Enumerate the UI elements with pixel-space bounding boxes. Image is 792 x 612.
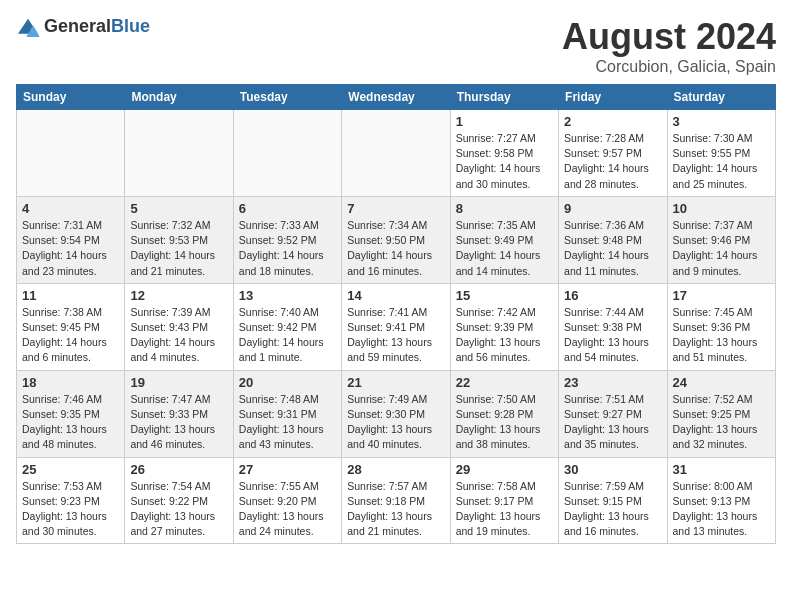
day-cell: 23Sunrise: 7:51 AM Sunset: 9:27 PM Dayli… [559,370,667,457]
day-info: Sunrise: 7:39 AM Sunset: 9:43 PM Dayligh… [130,305,227,366]
day-number: 13 [239,288,336,303]
day-info: Sunrise: 7:38 AM Sunset: 9:45 PM Dayligh… [22,305,119,366]
day-cell: 20Sunrise: 7:48 AM Sunset: 9:31 PM Dayli… [233,370,341,457]
day-number: 1 [456,114,553,129]
calendar-title: August 2024 [562,16,776,58]
day-info: Sunrise: 7:50 AM Sunset: 9:28 PM Dayligh… [456,392,553,453]
logo: GeneralBlue [16,16,150,37]
day-cell: 27Sunrise: 7:55 AM Sunset: 9:20 PM Dayli… [233,457,341,544]
day-info: Sunrise: 7:31 AM Sunset: 9:54 PM Dayligh… [22,218,119,279]
day-number: 5 [130,201,227,216]
day-info: Sunrise: 7:58 AM Sunset: 9:17 PM Dayligh… [456,479,553,540]
day-number: 18 [22,375,119,390]
day-info: Sunrise: 7:57 AM Sunset: 9:18 PM Dayligh… [347,479,444,540]
day-cell: 2Sunrise: 7:28 AM Sunset: 9:57 PM Daylig… [559,110,667,197]
day-number: 20 [239,375,336,390]
day-info: Sunrise: 7:48 AM Sunset: 9:31 PM Dayligh… [239,392,336,453]
week-row-2: 4Sunrise: 7:31 AM Sunset: 9:54 PM Daylig… [17,196,776,283]
day-cell [17,110,125,197]
day-cell: 31Sunrise: 8:00 AM Sunset: 9:13 PM Dayli… [667,457,775,544]
day-cell: 4Sunrise: 7:31 AM Sunset: 9:54 PM Daylig… [17,196,125,283]
day-info: Sunrise: 7:27 AM Sunset: 9:58 PM Dayligh… [456,131,553,192]
day-cell: 6Sunrise: 7:33 AM Sunset: 9:52 PM Daylig… [233,196,341,283]
week-row-1: 1Sunrise: 7:27 AM Sunset: 9:58 PM Daylig… [17,110,776,197]
day-number: 16 [564,288,661,303]
day-number: 14 [347,288,444,303]
day-number: 28 [347,462,444,477]
day-number: 19 [130,375,227,390]
day-cell: 12Sunrise: 7:39 AM Sunset: 9:43 PM Dayli… [125,283,233,370]
day-number: 8 [456,201,553,216]
day-cell: 17Sunrise: 7:45 AM Sunset: 9:36 PM Dayli… [667,283,775,370]
day-cell: 24Sunrise: 7:52 AM Sunset: 9:25 PM Dayli… [667,370,775,457]
day-info: Sunrise: 7:33 AM Sunset: 9:52 PM Dayligh… [239,218,336,279]
day-info: Sunrise: 7:53 AM Sunset: 9:23 PM Dayligh… [22,479,119,540]
day-info: Sunrise: 7:45 AM Sunset: 9:36 PM Dayligh… [673,305,770,366]
day-cell: 10Sunrise: 7:37 AM Sunset: 9:46 PM Dayli… [667,196,775,283]
day-number: 17 [673,288,770,303]
day-number: 21 [347,375,444,390]
day-header-wednesday: Wednesday [342,85,450,110]
day-info: Sunrise: 7:44 AM Sunset: 9:38 PM Dayligh… [564,305,661,366]
day-number: 31 [673,462,770,477]
day-number: 6 [239,201,336,216]
day-info: Sunrise: 7:52 AM Sunset: 9:25 PM Dayligh… [673,392,770,453]
day-info: Sunrise: 8:00 AM Sunset: 9:13 PM Dayligh… [673,479,770,540]
day-cell [125,110,233,197]
day-cell: 5Sunrise: 7:32 AM Sunset: 9:53 PM Daylig… [125,196,233,283]
day-info: Sunrise: 7:41 AM Sunset: 9:41 PM Dayligh… [347,305,444,366]
day-info: Sunrise: 7:28 AM Sunset: 9:57 PM Dayligh… [564,131,661,192]
day-cell: 11Sunrise: 7:38 AM Sunset: 9:45 PM Dayli… [17,283,125,370]
day-cell: 9Sunrise: 7:36 AM Sunset: 9:48 PM Daylig… [559,196,667,283]
calendar-subtitle: Corcubion, Galicia, Spain [562,58,776,76]
title-area: August 2024 Corcubion, Galicia, Spain [562,16,776,76]
day-header-thursday: Thursday [450,85,558,110]
day-info: Sunrise: 7:40 AM Sunset: 9:42 PM Dayligh… [239,305,336,366]
day-info: Sunrise: 7:30 AM Sunset: 9:55 PM Dayligh… [673,131,770,192]
day-cell: 28Sunrise: 7:57 AM Sunset: 9:18 PM Dayli… [342,457,450,544]
day-cell: 1Sunrise: 7:27 AM Sunset: 9:58 PM Daylig… [450,110,558,197]
day-cell: 29Sunrise: 7:58 AM Sunset: 9:17 PM Dayli… [450,457,558,544]
day-number: 15 [456,288,553,303]
day-cell: 7Sunrise: 7:34 AM Sunset: 9:50 PM Daylig… [342,196,450,283]
day-number: 7 [347,201,444,216]
day-info: Sunrise: 7:47 AM Sunset: 9:33 PM Dayligh… [130,392,227,453]
day-cell: 30Sunrise: 7:59 AM Sunset: 9:15 PM Dayli… [559,457,667,544]
day-info: Sunrise: 7:35 AM Sunset: 9:49 PM Dayligh… [456,218,553,279]
day-cell: 15Sunrise: 7:42 AM Sunset: 9:39 PM Dayli… [450,283,558,370]
day-cell: 26Sunrise: 7:54 AM Sunset: 9:22 PM Dayli… [125,457,233,544]
day-cell: 14Sunrise: 7:41 AM Sunset: 9:41 PM Dayli… [342,283,450,370]
day-cell: 21Sunrise: 7:49 AM Sunset: 9:30 PM Dayli… [342,370,450,457]
day-number: 3 [673,114,770,129]
day-cell: 19Sunrise: 7:47 AM Sunset: 9:33 PM Dayli… [125,370,233,457]
day-number: 10 [673,201,770,216]
day-number: 30 [564,462,661,477]
day-cell: 22Sunrise: 7:50 AM Sunset: 9:28 PM Dayli… [450,370,558,457]
day-cell: 18Sunrise: 7:46 AM Sunset: 9:35 PM Dayli… [17,370,125,457]
day-number: 25 [22,462,119,477]
day-number: 12 [130,288,227,303]
day-cell [342,110,450,197]
day-info: Sunrise: 7:51 AM Sunset: 9:27 PM Dayligh… [564,392,661,453]
day-header-monday: Monday [125,85,233,110]
day-info: Sunrise: 7:42 AM Sunset: 9:39 PM Dayligh… [456,305,553,366]
week-row-5: 25Sunrise: 7:53 AM Sunset: 9:23 PM Dayli… [17,457,776,544]
day-info: Sunrise: 7:37 AM Sunset: 9:46 PM Dayligh… [673,218,770,279]
day-number: 24 [673,375,770,390]
day-number: 23 [564,375,661,390]
calendar-body: 1Sunrise: 7:27 AM Sunset: 9:58 PM Daylig… [17,110,776,544]
logo-icon [16,17,40,37]
day-number: 22 [456,375,553,390]
calendar-header-row: SundayMondayTuesdayWednesdayThursdayFrid… [17,85,776,110]
week-row-4: 18Sunrise: 7:46 AM Sunset: 9:35 PM Dayli… [17,370,776,457]
week-row-3: 11Sunrise: 7:38 AM Sunset: 9:45 PM Dayli… [17,283,776,370]
day-number: 29 [456,462,553,477]
logo-blue: Blue [111,16,150,36]
day-header-friday: Friday [559,85,667,110]
day-header-sunday: Sunday [17,85,125,110]
header: GeneralBlue August 2024 Corcubion, Galic… [16,16,776,76]
day-cell: 8Sunrise: 7:35 AM Sunset: 9:49 PM Daylig… [450,196,558,283]
day-info: Sunrise: 7:49 AM Sunset: 9:30 PM Dayligh… [347,392,444,453]
day-info: Sunrise: 7:34 AM Sunset: 9:50 PM Dayligh… [347,218,444,279]
day-cell [233,110,341,197]
